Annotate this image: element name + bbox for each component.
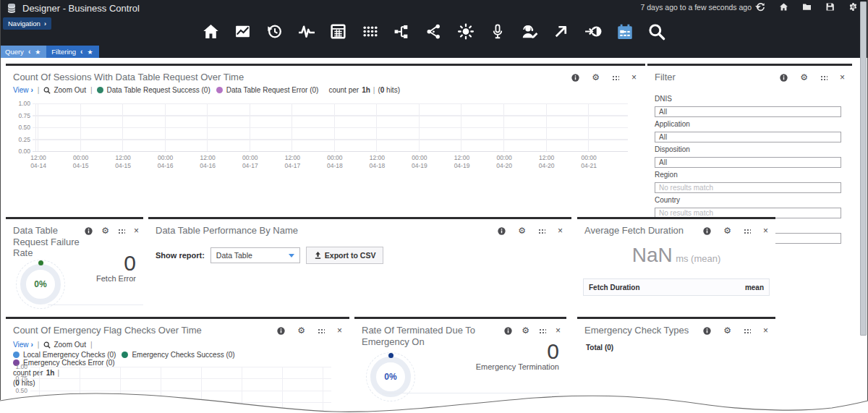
panel-title: Count Of Sessions With Data Table Reques… — [13, 72, 244, 82]
gear-icon[interactable]: ⚙ — [518, 226, 526, 235]
drag-handle-icon[interactable] — [539, 328, 546, 333]
info-icon[interactable] — [703, 327, 711, 335]
legend-item[interactable]: Data Table Request Success (0) — [97, 86, 210, 94]
drag-handle-icon[interactable] — [538, 229, 545, 234]
time-range-picker[interactable]: 7 days ago to a few seconds ago — [640, 3, 761, 12]
panel-title: Emergency Check Types — [584, 325, 689, 336]
star-icon[interactable]: ★ — [87, 48, 93, 56]
drag-handle-icon[interactable] — [118, 229, 125, 234]
apps-grid-icon[interactable] — [360, 22, 380, 41]
agent-edit-icon[interactable] — [519, 22, 539, 41]
legend-item[interactable]: Local Emergency Checks (0) — [13, 351, 116, 359]
close-icon[interactable]: × — [558, 226, 563, 235]
info-icon[interactable] — [277, 327, 285, 335]
info-icon[interactable] — [571, 74, 579, 82]
legend-dot-icon — [216, 87, 223, 93]
chevron-left-icon[interactable]: ‹ — [80, 48, 82, 56]
filter-field-label: Disposition — [655, 145, 841, 153]
save-icon[interactable] — [825, 2, 835, 12]
gear-icon[interactable]: ⚙ — [800, 73, 808, 82]
home-icon[interactable] — [779, 2, 788, 12]
vertical-scrollbar[interactable] — [860, 1, 867, 336]
legend-item[interactable]: Emergency Checks Success (0) — [122, 351, 234, 359]
legend-item[interactable]: Data Table Request Error (0) — [216, 86, 319, 94]
legend-dot-icon — [97, 87, 103, 93]
panel-failure-rate: Data Table Request Failure Rate ⚙ × 0% 0… — [6, 217, 143, 315]
drag-handle-icon[interactable] — [820, 75, 827, 80]
search-icon[interactable] — [647, 22, 666, 41]
close-icon[interactable]: × — [556, 326, 561, 335]
x-tick: 00:0004-21 — [581, 154, 597, 170]
brightness-icon[interactable] — [456, 22, 475, 41]
close-icon[interactable]: × — [763, 326, 768, 335]
area-chart-icon[interactable] — [233, 22, 252, 41]
info-icon[interactable] — [85, 227, 93, 235]
legend-item[interactable]: Emergency Checks Error (0) — [13, 359, 115, 367]
x-tick: 12:0004-17 — [284, 154, 300, 170]
tab-label: Filtering — [51, 48, 76, 56]
count-per-label: count per 1h | (0 hits) — [328, 86, 400, 94]
drag-handle-icon[interactable] — [612, 75, 619, 80]
y-tick: 1.00 — [6, 363, 27, 370]
gear-icon[interactable]: ⚙ — [101, 226, 109, 235]
arrow-up-right-icon[interactable] — [551, 22, 571, 41]
time-range-label: 7 days ago to a few seconds ago — [640, 3, 752, 12]
gear-icon[interactable]: ⚙ — [522, 326, 529, 335]
pulse-icon[interactable] — [297, 22, 316, 41]
y-tick: 0.25 — [6, 136, 30, 143]
tab-filtering[interactable]: Filtering ‹ ★ — [46, 46, 98, 58]
share-nodes-icon[interactable] — [424, 22, 443, 41]
gear-icon[interactable]: ⚙ — [592, 73, 600, 82]
legend-label: Emergency Checks Success (0) — [132, 351, 234, 359]
sign-in-icon[interactable] — [583, 22, 603, 41]
info-icon[interactable] — [498, 227, 506, 235]
fetch-error-count: 0 — [124, 251, 136, 276]
chevron-left-icon[interactable]: ‹ — [28, 48, 30, 56]
gear-icon[interactable]: ⚙ — [723, 226, 731, 235]
drag-handle-icon[interactable] — [318, 328, 325, 333]
close-icon[interactable]: × — [840, 73, 845, 82]
gear-icon[interactable]: ⚙ — [297, 326, 305, 335]
zoom-out-button[interactable]: Zoom Out — [43, 86, 85, 94]
calendar-icon[interactable] — [615, 22, 634, 41]
info-icon[interactable] — [504, 327, 512, 335]
magnifier-icon — [43, 341, 51, 349]
home-icon[interactable] — [201, 22, 221, 41]
close-icon[interactable]: × — [631, 73, 637, 82]
filter-input-region[interactable] — [655, 182, 841, 193]
microphone-icon[interactable] — [488, 22, 507, 41]
filter-input-application[interactable] — [655, 132, 841, 142]
legend-label: Data Table Request Success (0) — [107, 86, 210, 94]
header: Designer - Business Control 7 days ago t… — [0, 0, 868, 58]
report-select[interactable]: Data Table — [210, 247, 300, 263]
info-icon[interactable] — [703, 227, 711, 235]
filter-input-disposition[interactable] — [655, 157, 841, 168]
legend-dot-icon — [122, 352, 128, 358]
panel-title: Data Table Request Failure Rate — [13, 225, 85, 259]
drag-handle-icon[interactable] — [744, 328, 751, 333]
torn-edge-wave — [0, 391, 868, 413]
panel-avg-fetch: Average Fetch Duration ⚙ × NaN ms (mean)… — [577, 217, 775, 315]
y-tick: 0.50 — [6, 124, 30, 131]
gear-icon[interactable]: ⚙ — [723, 326, 731, 335]
close-icon[interactable]: × — [763, 226, 768, 235]
tab-query[interactable]: Query ‹ ★ — [0, 46, 46, 58]
folder-icon[interactable] — [802, 2, 812, 12]
drag-handle-icon[interactable] — [744, 229, 751, 234]
refresh-icon[interactable] — [756, 2, 765, 12]
star-icon[interactable]: ★ — [35, 48, 41, 56]
filter-input-dnis[interactable] — [655, 106, 841, 117]
info-icon[interactable] — [780, 74, 788, 82]
data-table-icon[interactable] — [328, 22, 348, 41]
close-icon[interactable]: × — [337, 326, 342, 335]
export-csv-button[interactable]: Export to CSV — [306, 247, 384, 264]
history-icon[interactable] — [265, 22, 284, 41]
navigation-button[interactable]: Navigation › — [3, 17, 51, 30]
divider — [48, 305, 143, 305]
settings-icon[interactable] — [848, 2, 858, 12]
legend-label: Local Emergency Checks (0) — [23, 351, 116, 359]
x-tick: 12:0004-14 — [30, 154, 46, 170]
close-icon[interactable]: × — [134, 226, 139, 235]
flowchart-icon[interactable] — [392, 22, 412, 41]
zoom-out-button[interactable]: Zoom Out — [43, 341, 85, 349]
